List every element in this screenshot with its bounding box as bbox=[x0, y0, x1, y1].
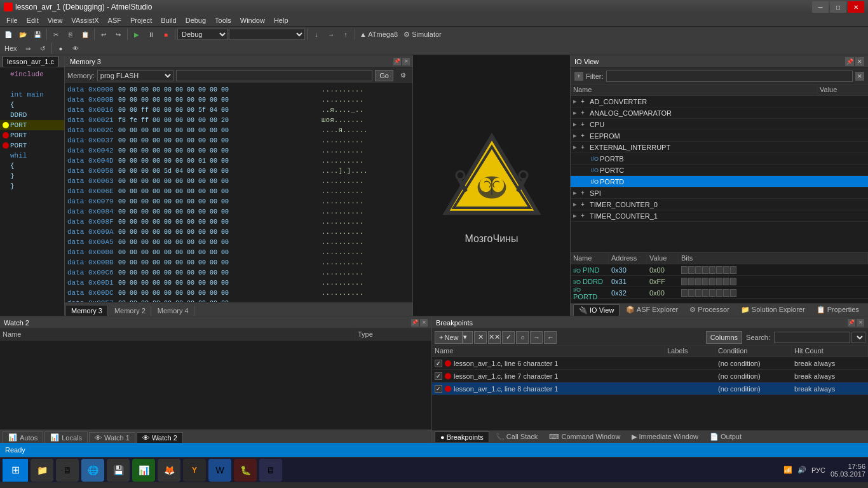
bp-tab-callstack[interactable]: 📞 Call Stack bbox=[491, 431, 543, 442]
bit[interactable] bbox=[709, 266, 715, 274]
taskbar-explorer-btn[interactable]: 📁 bbox=[31, 459, 53, 482]
toolbar-start-btn[interactable]: ▶ bbox=[130, 28, 144, 41]
minimize-button[interactable]: ─ bbox=[812, 1, 829, 13]
io-pin-btn[interactable]: 📌 bbox=[845, 57, 854, 66]
toolbar-redo-btn[interactable]: ↪ bbox=[111, 28, 125, 41]
filter-input[interactable] bbox=[606, 71, 853, 82]
bp-delete-all-btn[interactable]: ✕✕ bbox=[488, 331, 501, 344]
menu-window[interactable]: Window bbox=[236, 15, 269, 25]
menu-help[interactable]: Help bbox=[270, 15, 292, 25]
toolbar-paste-btn[interactable]: 📋 bbox=[78, 28, 92, 41]
toolbar-step-in-btn[interactable]: ↓ bbox=[309, 28, 323, 41]
toolbar-step-out-btn[interactable]: ↑ bbox=[339, 28, 353, 41]
toolbar-pause-btn[interactable]: ⏸ bbox=[144, 28, 158, 41]
memory-tab-4[interactable]: Memory 4 bbox=[153, 306, 194, 316]
bp-export-btn[interactable]: → bbox=[530, 331, 543, 344]
bit[interactable] bbox=[716, 266, 722, 274]
io-tree-item-timer1[interactable]: ▸ + TIMER_COUNTER_1 bbox=[571, 210, 868, 222]
bit[interactable] bbox=[695, 278, 702, 285]
io-tree-item-cpu[interactable]: ▸ + CPU bbox=[571, 119, 868, 130]
menu-build[interactable]: Build bbox=[157, 15, 180, 25]
watch-tab-watch1[interactable]: 👁 Watch 1 bbox=[89, 432, 135, 443]
bit[interactable] bbox=[688, 266, 695, 274]
bit[interactable] bbox=[730, 278, 736, 285]
io-tree-item-analog[interactable]: ▸ + ANALOG_COMPARATOR bbox=[571, 107, 868, 119]
bit[interactable] bbox=[695, 266, 702, 274]
toolbar-undo-btn[interactable]: ↩ bbox=[97, 28, 111, 41]
bp-checkbox[interactable] bbox=[435, 360, 442, 367]
toolbar-new-btn[interactable]: 📄 bbox=[1, 28, 15, 41]
bp-checkbox[interactable] bbox=[435, 372, 442, 380]
memory-address-input[interactable] bbox=[176, 70, 373, 81]
menu-debug[interactable]: Debug bbox=[182, 15, 210, 25]
io-tab-asf-explorer[interactable]: 📦 ASF Explorer bbox=[621, 304, 683, 315]
bit[interactable] bbox=[702, 289, 709, 297]
bp-row-1[interactable]: lesson_avr_1.c, line 6 character 1 (no c… bbox=[432, 357, 868, 370]
io-tab-solution-explorer[interactable]: 📁 Solution Explorer bbox=[736, 304, 810, 315]
taskbar-yandex-btn[interactable]: Y bbox=[183, 459, 206, 482]
menu-tools[interactable]: Tools bbox=[211, 15, 235, 25]
bp-row-2[interactable]: lesson_avr_1.c, line 7 character 1 (no c… bbox=[432, 370, 868, 383]
bit[interactable] bbox=[688, 278, 695, 285]
bit[interactable] bbox=[702, 278, 709, 285]
bit[interactable] bbox=[681, 289, 688, 297]
toolbar-open-btn[interactable]: 📂 bbox=[16, 28, 30, 41]
restore-button[interactable]: □ bbox=[830, 1, 846, 13]
watch-tab-locals[interactable]: 📊 Locals bbox=[44, 431, 88, 443]
bit[interactable] bbox=[688, 289, 695, 297]
bp-disable-all-btn[interactable]: ○ bbox=[516, 331, 529, 344]
memory-settings-btn[interactable]: ⚙ bbox=[396, 69, 410, 82]
taskbar-save-btn[interactable]: 💾 bbox=[107, 459, 130, 482]
bp-checkbox[interactable] bbox=[435, 385, 442, 393]
bp-enable-all-btn[interactable]: ✓ bbox=[502, 331, 515, 344]
bp-tab-immediate[interactable]: ▶ Immediate Window bbox=[627, 431, 703, 442]
bp-new-dropdown-btn[interactable]: ▾ bbox=[463, 331, 473, 344]
platform-combo[interactable] bbox=[229, 29, 305, 40]
bit[interactable] bbox=[695, 289, 702, 297]
io-tree-item-spi[interactable]: ▸ + SPI bbox=[571, 187, 868, 199]
bit[interactable] bbox=[716, 289, 722, 297]
menu-edit[interactable]: Edit bbox=[23, 15, 43, 25]
io-filter-clear-btn[interactable]: ✕ bbox=[855, 72, 864, 81]
io-tree-item-portc[interactable]: I/O PORTC bbox=[571, 165, 868, 176]
memory-tab-2[interactable]: Memory 2 bbox=[109, 306, 151, 316]
toolbar-reset-btn[interactable]: ↺ bbox=[36, 42, 50, 55]
io-tree-item-ext-int[interactable]: ▸ + EXTERNAL_INTERRUPT bbox=[571, 142, 868, 153]
io-close-btn[interactable]: ✕ bbox=[855, 57, 864, 66]
io-tab-processor[interactable]: ⚙ Processor bbox=[684, 304, 735, 315]
taskbar-word-btn[interactable]: W bbox=[208, 459, 231, 482]
watch-close-btn[interactable]: ✕ bbox=[420, 319, 428, 327]
watch-pin-btn[interactable]: 📌 bbox=[411, 319, 419, 327]
io-tree-item-timer0[interactable]: ▸ + TIMER_COUNTER_0 bbox=[571, 199, 868, 210]
bp-close-btn[interactable]: ✕ bbox=[857, 319, 864, 327]
toolbar-hex-btn[interactable]: Hex bbox=[1, 42, 20, 55]
bit[interactable] bbox=[723, 278, 729, 285]
toolbar-step-over-btn[interactable]: → bbox=[324, 28, 338, 41]
toolbar-run-to-btn[interactable]: ⇒ bbox=[21, 42, 35, 55]
taskbar-atmel-btn[interactable]: 🖥 bbox=[259, 459, 282, 482]
bit[interactable] bbox=[709, 278, 715, 285]
bit[interactable] bbox=[723, 289, 729, 297]
io-tree-item-portb[interactable]: I/O PORTB bbox=[571, 153, 868, 165]
bit[interactable] bbox=[681, 266, 688, 274]
memory-panel-pin-btn[interactable]: 📌 bbox=[393, 58, 401, 65]
io-tree-item-portd[interactable]: I/O PORTD bbox=[571, 176, 868, 187]
bp-search-combo[interactable] bbox=[851, 332, 865, 343]
io-tab-properties[interactable]: 📋 Properties bbox=[811, 304, 864, 315]
bp-pin-btn[interactable]: 📌 bbox=[848, 319, 855, 327]
taskbar-start-button[interactable]: ⊞ bbox=[3, 459, 28, 482]
bp-tab-command[interactable]: ⌨ Command Window bbox=[544, 431, 625, 442]
bit[interactable] bbox=[730, 289, 736, 297]
toolbar-bp-btn[interactable]: ● bbox=[54, 42, 68, 55]
toolbar-watch-btn[interactable]: 👁 bbox=[69, 42, 83, 55]
bp-tab-breakpoints[interactable]: ● Breakpoints bbox=[435, 431, 489, 442]
menu-project[interactable]: Project bbox=[126, 15, 156, 25]
toolbar-save-btn[interactable]: 💾 bbox=[31, 28, 44, 41]
io-tab-io-view[interactable]: 🔌 IO View bbox=[573, 304, 620, 316]
toolbar-copy-btn[interactable]: ⎘ bbox=[64, 28, 78, 41]
memory-type-combo[interactable]: prog FLASH bbox=[97, 70, 173, 81]
bit[interactable] bbox=[709, 289, 715, 297]
code-tab-lesson[interactable]: lesson_avr_1.c bbox=[3, 56, 58, 67]
debug-config-combo[interactable]: Debug bbox=[177, 29, 228, 40]
bp-new-button[interactable]: + New bbox=[435, 331, 463, 344]
